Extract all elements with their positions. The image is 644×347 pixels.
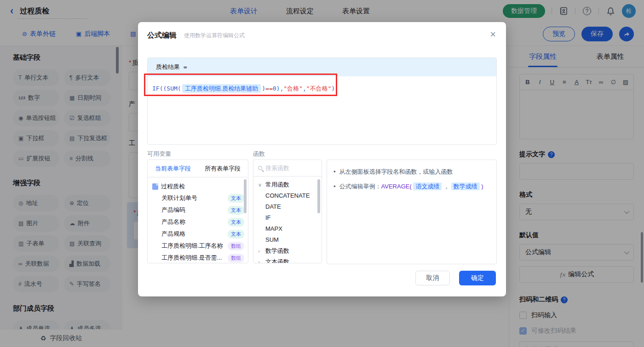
variables-tabs: 当前表单字段 所有表单字段 [148,160,248,177]
modal-subtitle: 使用数学运算符编辑公式 [184,32,245,40]
variables-tree: 过程质检 关联计划单号文本 产品编码文本 产品名称文本 产品规格文本 工序质检明… [148,177,248,263]
type-badge: 数组 [228,254,244,262]
chevron-collapsed-icon: › [258,259,263,263]
formula-help-panel: •从左侧面板选择字段名和函数，或输入函数 •公式编辑举例：AVERAGE( 语文… [327,159,497,264]
functions-scrollbar-thumb[interactable] [317,179,320,213]
formula-expression[interactable]: IF((SUM(工序质检明细.质检结果辅助)==0),"合格","不合格") [148,76,496,101]
functions-label: 函数 [253,150,265,158]
type-badge: 文本 [228,206,244,215]
formula-part: ), [276,85,284,92]
variable-row[interactable]: 工序质检明细.工序名称数组 [152,240,245,252]
function-group-common[interactable]: ∨常用函数 [258,179,320,190]
tab-all-form-fields[interactable]: 所有表单字段 [205,165,241,173]
help-tip-1: •从左侧面板选择字段名和函数，或输入函数 [334,167,490,176]
functions-panel: ∨常用函数 CONCATENATE DATE IF MAPX SUM ›数学函数… [253,159,322,263]
function-search[interactable] [253,160,322,176]
tree-root-form[interactable]: 过程质检 [152,181,245,192]
formula-part: IF((SUM( [152,85,181,92]
variable-row[interactable]: 关联计划单号文本 [152,192,245,204]
function-item-concatenate[interactable]: CONCATENATE [258,190,320,201]
function-list: ∨常用函数 CONCATENATE DATE IF MAPX SUM ›数学函数… [253,176,322,263]
function-item-mapx[interactable]: MAPX [258,223,320,234]
available-variables-label: 可用变量 [147,150,171,158]
variables-panel: 当前表单字段 所有表单字段 过程质检 关联计划单号文本 产品编码文本 产品名称文… [147,159,248,263]
example-token: 语文成绩 [413,182,442,190]
function-group-math[interactable]: ›数学函数 [258,245,320,256]
modal-header: 公式编辑 使用数学运算符编辑公式 [138,22,506,49]
variable-row[interactable]: 产品名称文本 [152,216,245,228]
confirm-button[interactable]: 确定 [459,271,496,285]
type-badge: 文本 [228,218,244,227]
variable-row[interactable]: 产品编码文本 [152,204,245,216]
modal-title: 公式编辑 [147,31,177,40]
form-doc-icon [152,183,158,190]
cancel-button[interactable]: 取消 [415,271,450,285]
formula-editor-modal: 公式编辑 使用数学运算符编辑公式 × 质检结果 = IF((SUM(工序质检明细… [138,22,506,296]
function-item-sum[interactable]: SUM [258,234,320,245]
chevron-expanded-icon: ∨ [258,182,263,188]
example-token: 数学成绩 [451,182,480,190]
formula-operator: == [265,85,273,92]
example-function: AVERAGE( [381,183,412,190]
variable-row[interactable]: 工序质检明细.是否需...数组 [152,252,245,263]
variables-scrollbar-thumb[interactable] [244,179,247,213]
formula-number: 0 [273,85,276,92]
type-badge: 文本 [228,194,244,203]
function-item-if[interactable]: IF [258,212,320,223]
tab-current-form-fields[interactable]: 当前表单字段 [155,165,191,173]
formula-part: ) [262,85,265,92]
function-item-date[interactable]: DATE [258,201,320,212]
screen: ‹ 过程质检 表单设计 流程设定 表单设置 数据管理 ? 检 ⊘表 [0,0,644,347]
close-icon[interactable]: × [490,29,496,40]
function-search-input[interactable] [265,165,311,171]
type-badge: 数组 [228,242,244,250]
chevron-collapsed-icon: › [258,248,263,254]
formula-string: "合格" [283,85,303,92]
search-icon [258,166,262,170]
type-badge: 文本 [228,230,244,239]
variable-row[interactable]: 产品规格文本 [152,228,245,240]
formula-editor-box[interactable]: 质检结果 = IF((SUM(工序质检明细.质检结果辅助)==0),"合格","… [147,57,497,145]
formula-part: ) [331,85,335,92]
formula-field-token[interactable]: 工序质检明细.质检结果辅助 [182,84,261,93]
help-tip-2: •公式编辑举例：AVERAGE( 语文成绩 ， 数学成绩 ) [334,182,490,191]
formula-string: "不合格" [306,85,332,92]
formula-result-prefix: 质检结果 = [148,58,496,76]
function-group-text[interactable]: ›文本函数 [258,256,320,263]
formula-part: , [303,85,306,92]
modal-footer: 取消 确定 [415,271,496,285]
